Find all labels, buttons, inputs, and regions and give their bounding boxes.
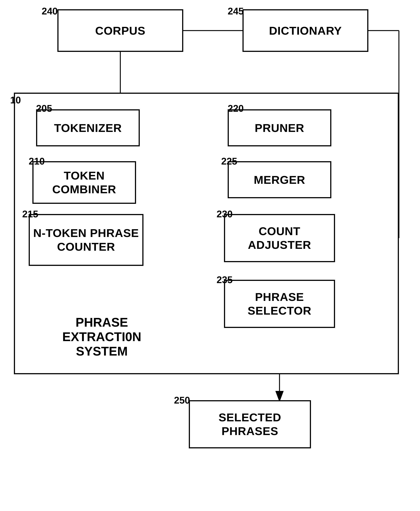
diagram-container: PHRASE EXTRACTI0N SYSTEM CORPUS DICTIONA… <box>0 0 420 511</box>
ref-230: 230 <box>217 209 233 220</box>
ref-250: 250 <box>174 395 190 406</box>
corpus-box: CORPUS <box>57 9 183 52</box>
tokenizer-box: TOKENIZER <box>36 109 140 146</box>
ref-225: 225 <box>221 156 237 167</box>
ref-245: 245 <box>228 6 244 17</box>
token-combiner-box: TOKENCOMBINER <box>32 161 136 204</box>
selected-phrases-box: SELECTEDPHRASES <box>189 400 311 448</box>
merger-box: MERGER <box>228 161 331 198</box>
phrase-selector-box: PHRASESELECTOR <box>224 280 335 328</box>
dictionary-box: DICTIONARY <box>242 9 368 52</box>
ref-210: 210 <box>29 156 45 167</box>
count-adjuster-box: COUNTADJUSTER <box>224 214 335 262</box>
system-label: PHRASE EXTRACTI0N SYSTEM <box>37 315 167 358</box>
ntoken-box: N-TOKEN PHRASECOUNTER <box>29 214 143 266</box>
ref-220: 220 <box>228 103 244 114</box>
ref-205: 205 <box>36 103 52 114</box>
ref-215: 215 <box>22 209 38 220</box>
ref-235: 235 <box>217 274 233 285</box>
pruner-box: PRUNER <box>228 109 331 146</box>
ref-240: 240 <box>42 6 58 17</box>
ref-10: 10 <box>10 94 21 106</box>
